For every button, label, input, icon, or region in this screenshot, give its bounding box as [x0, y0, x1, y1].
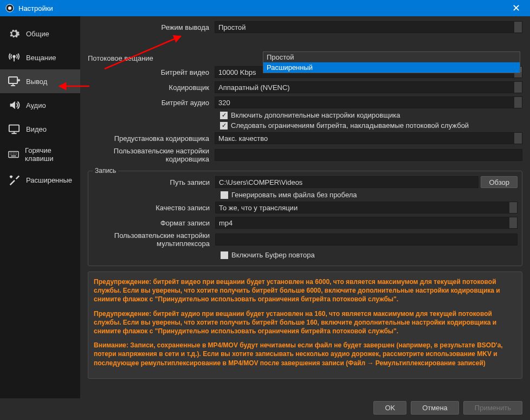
- sidebar-item-label: Горячие клавиши: [25, 146, 73, 163]
- monitor-icon: [8, 122, 21, 135]
- path-label: Путь записи: [88, 178, 215, 186]
- sidebar-item-label: Видео: [26, 125, 47, 133]
- output-mode-select[interactable]: Простой: [215, 21, 522, 33]
- recording-group: Запись Путь записи C:\Users\COMPER\Video…: [88, 171, 522, 266]
- dropdown-option-simple[interactable]: Простой: [263, 52, 520, 62]
- sidebar-item-label: Общие: [26, 30, 49, 38]
- sidebar: Общие Вещание Вывод Аудио Видео Горячие …: [0, 16, 80, 398]
- window-title: Настройки: [18, 4, 508, 12]
- dropdown-option-advanced[interactable]: Расширенный: [263, 62, 520, 73]
- keyboard-icon: [8, 148, 20, 161]
- encoder-select[interactable]: Аппаратный (NVENC): [215, 81, 522, 93]
- quality-select[interactable]: То же, что у трансляции: [215, 202, 518, 214]
- warnings-box: Предупреждение: битрейт видео при вещани…: [88, 272, 522, 379]
- sidebar-item-label: Вещание: [26, 54, 56, 62]
- preset-label: Предустановка кодировщика: [88, 134, 215, 143]
- dialog-footer: OK Отмена Применить: [373, 401, 522, 415]
- sidebar-item-output[interactable]: Вывод: [0, 69, 80, 93]
- custom-encoder-label: Пользовательские настройки кодировщика: [88, 147, 215, 163]
- audio-bitrate-select[interactable]: 320: [215, 96, 522, 108]
- sidebar-item-label: Аудио: [26, 101, 46, 109]
- browse-button[interactable]: Обзор: [481, 176, 518, 188]
- speaker-icon: [8, 99, 21, 112]
- svg-point-2: [13, 55, 15, 57]
- encoder-label: Кодировщик: [88, 83, 215, 92]
- output-mode-label: Режим вывода: [88, 23, 215, 31]
- svg-rect-3: [9, 77, 17, 83]
- svg-point-1: [8, 7, 11, 10]
- output-icon: [8, 75, 21, 88]
- sidebar-item-advanced[interactable]: Расширенные: [0, 168, 80, 192]
- enable-advanced-checkbox[interactable]: ✓: [220, 112, 228, 119]
- recording-path-input[interactable]: C:\Users\COMPER\Videos: [215, 176, 479, 188]
- enable-advanced-label: Включить дополнительные настройки кодиро…: [231, 111, 400, 119]
- sidebar-item-video[interactable]: Видео: [0, 117, 80, 141]
- video-bitrate-label: Битрейт видео: [88, 68, 215, 76]
- sidebar-item-audio[interactable]: Аудио: [0, 93, 80, 117]
- audio-bitrate-label: Битрейт аудио: [88, 99, 215, 107]
- format-select[interactable]: mp4: [215, 217, 518, 229]
- format-label: Формат записи: [88, 219, 215, 227]
- custom-encoder-input[interactable]: [215, 149, 522, 161]
- mux-input[interactable]: [215, 234, 518, 245]
- ok-button[interactable]: OK: [373, 401, 406, 415]
- cancel-button[interactable]: Отмена: [411, 401, 459, 415]
- mux-label: Пользовательские настройки мультиплексор…: [88, 231, 215, 248]
- warning-text: Предупреждение: битрейт аудио при вещани…: [94, 309, 516, 336]
- no-space-checkbox[interactable]: [221, 191, 228, 199]
- apply-button[interactable]: Применить: [463, 401, 522, 415]
- sidebar-item-label: Вывод: [26, 77, 47, 86]
- warning-text: Предупреждение: битрейт видео при вещани…: [94, 277, 516, 304]
- obs-icon: [5, 4, 14, 12]
- sidebar-item-stream[interactable]: Вещание: [0, 46, 80, 69]
- sidebar-item-label: Расширенные: [26, 176, 72, 184]
- preset-select[interactable]: Макс. качество: [215, 132, 522, 144]
- output-mode-dropdown: Простой Расширенный: [263, 51, 520, 73]
- sidebar-item-hotkeys[interactable]: Горячие клавиши: [0, 141, 80, 168]
- sidebar-item-general[interactable]: Общие: [0, 22, 80, 46]
- replay-buffer-label: Включить Буфер повтора: [231, 251, 315, 259]
- no-space-label: Генерировать имя файла без пробела: [231, 191, 357, 199]
- titlebar: Настройки ✕: [0, 0, 530, 16]
- tools-icon: [8, 173, 21, 186]
- quality-label: Качество записи: [88, 204, 215, 212]
- antenna-icon: [8, 51, 21, 64]
- recording-title: Запись: [93, 167, 118, 175]
- close-icon[interactable]: ✕: [508, 2, 525, 14]
- enforce-limits-checkbox[interactable]: ✓: [220, 122, 228, 130]
- svg-rect-4: [9, 125, 19, 132]
- warning-text: Внимание: Записи, сохраненные в MP4/MOV …: [94, 341, 516, 367]
- content-area: Режим вывода Простой ▲▼ Простой Расширен…: [80, 16, 530, 398]
- gear-icon: [8, 27, 21, 40]
- enforce-limits-label: Следовать ограничениям битрейта, наклады…: [231, 121, 469, 130]
- replay-buffer-checkbox[interactable]: [221, 251, 228, 259]
